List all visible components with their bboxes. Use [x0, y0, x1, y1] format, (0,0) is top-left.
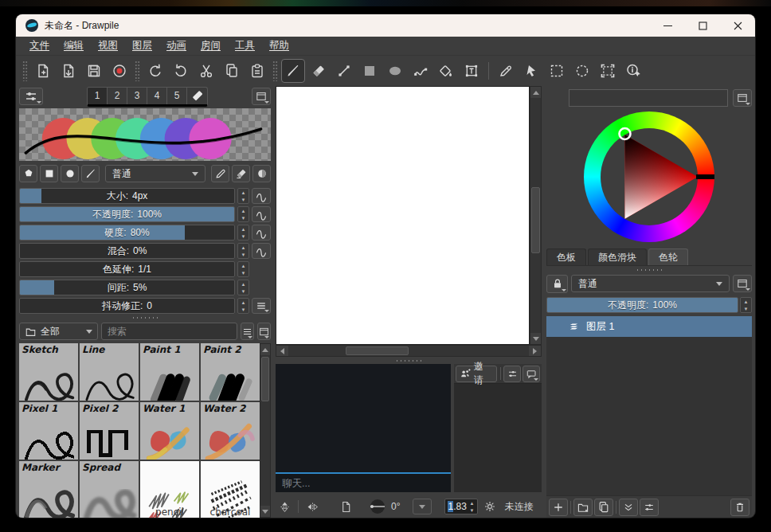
fill-tool-button[interactable] [434, 59, 458, 83]
record-tool-button[interactable] [108, 59, 131, 83]
rotation-dial-icon[interactable] [369, 498, 386, 515]
brush-slider-7[interactable]: 抖动修正:0 [19, 298, 235, 314]
brush-slot-3[interactable]: 3 [127, 88, 147, 104]
slider-spinner[interactable]: ▲▼ [237, 206, 249, 222]
preset-water2[interactable]: Water 2 [201, 402, 260, 460]
transform-tool-button[interactable] [596, 59, 620, 83]
laser-pointer-tool-button[interactable] [519, 59, 543, 83]
layer-panel-button[interactable] [733, 275, 752, 292]
scroll-up-icon[interactable] [530, 87, 541, 98]
undo-tool-button[interactable] [143, 59, 167, 83]
brush-slider-3[interactable]: 硬度:80% [19, 225, 235, 241]
smudge-mode-button[interactable] [252, 165, 271, 182]
drawing-canvas[interactable] [276, 86, 530, 345]
preset-search-input[interactable] [101, 323, 237, 340]
open-file-tool-button[interactable] [57, 59, 80, 83]
slider-spinner[interactable]: ▲▼ [237, 261, 249, 277]
eraser-slot[interactable] [187, 88, 207, 104]
canvas-hscrollbar[interactable] [276, 345, 542, 357]
add-layer-button[interactable] [549, 499, 568, 516]
tab-color-wheel[interactable]: 色轮 [648, 248, 688, 265]
mirror-canvas-icon[interactable] [303, 498, 321, 515]
flip-canvas-icon[interactable] [276, 498, 293, 515]
draw-mode-button[interactable] [211, 165, 229, 182]
menu-item-3[interactable]: 视图 [91, 37, 125, 54]
color-panel-button[interactable] [733, 89, 752, 107]
slider-spinner[interactable]: ▲▼ [237, 280, 249, 295]
rectangle-tool-button[interactable] [358, 59, 382, 83]
slider-spinner[interactable]: ▲▼ [237, 298, 249, 314]
page-icon[interactable] [337, 498, 354, 515]
preset-water1[interactable]: Water 1 [140, 402, 199, 460]
layer-opacity-slider[interactable]: 不透明度: 100% [546, 297, 738, 313]
menu-item-8[interactable]: 帮助 [262, 37, 296, 54]
menu-item-6[interactable]: 房间 [194, 37, 228, 54]
curve-button[interactable] [252, 188, 271, 204]
curve-button[interactable] [252, 243, 271, 259]
rotation-reset-button[interactable] [413, 499, 432, 514]
preset-marker[interactable]: Marker [19, 461, 78, 518]
ellipse-tool-button[interactable] [383, 59, 407, 83]
paste-tool-button[interactable] [245, 59, 269, 83]
chat-messages[interactable] [276, 364, 451, 472]
brush-slot-2[interactable]: 2 [108, 88, 127, 104]
user-list[interactable] [454, 384, 542, 492]
tab-palette[interactable]: 色板 [546, 248, 586, 265]
brush-slot-4[interactable]: 4 [147, 88, 167, 104]
saturation-triangle[interactable] [584, 111, 714, 242]
minimize-button[interactable] [650, 14, 685, 37]
preset-sketch[interactable]: Sketch [19, 343, 78, 401]
menu-item-4[interactable]: 图层 [125, 37, 159, 54]
preset-filter-select[interactable]: 全部 [19, 323, 98, 340]
menu-item-5[interactable]: 动画 [159, 37, 194, 54]
preset-line[interactable]: Line [80, 343, 139, 401]
eyedropper-tool-button[interactable] [494, 59, 518, 83]
slider-menu-button[interactable] [252, 298, 271, 314]
eraser-tool-button[interactable] [307, 59, 331, 83]
brush-tool-button[interactable] [281, 59, 305, 83]
delete-layer-button[interactable] [730, 499, 749, 516]
preset-paint1[interactable]: Paint 1 [140, 343, 199, 401]
slider-spinner[interactable]: ▲▼ [237, 188, 249, 204]
freehand-mode-icon[interactable] [19, 165, 37, 182]
add-group-button[interactable] [573, 499, 593, 516]
layer-row[interactable]: 图层 1 [546, 316, 752, 337]
session-settings-button[interactable] [503, 366, 521, 382]
brush-preview[interactable] [19, 108, 271, 161]
curve-tool-button[interactable] [409, 59, 432, 83]
brush-slot-1[interactable]: 1 [88, 88, 108, 104]
save-tool-button[interactable] [82, 59, 106, 83]
layer-splitter[interactable] [546, 266, 752, 273]
new-file-tool-button[interactable] [31, 59, 55, 83]
tab-color-sliders[interactable]: 颜色滑块 [588, 248, 647, 265]
preset-pixel1[interactable]: Pixel 1 [19, 402, 78, 460]
stroke-mode-icon[interactable] [81, 165, 100, 182]
curve-button[interactable] [252, 206, 271, 222]
circle-mode-icon[interactable] [61, 165, 79, 182]
preset-menu-button[interactable] [241, 323, 254, 340]
layer-properties-button[interactable] [640, 499, 659, 516]
brush-slider-4[interactable]: 混合:0% [19, 243, 235, 259]
chat-options-button[interactable] [522, 366, 540, 382]
layer-blend-mode-select[interactable]: 普通 [571, 275, 730, 292]
text-tool-button[interactable] [460, 59, 483, 83]
copy-tool-button[interactable] [220, 59, 244, 83]
scroll-up-icon[interactable] [260, 344, 270, 355]
menu-item-7[interactable]: 工具 [228, 37, 262, 54]
curve-button[interactable] [252, 225, 271, 241]
layer-opacity-spinner[interactable]: ▲▼ [740, 297, 752, 313]
scroll-down-icon[interactable] [260, 506, 270, 517]
canvas-vscrollbar[interactable] [530, 86, 542, 345]
preset-charcoal[interactable]: charcoal [201, 461, 260, 518]
duplicate-layer-button[interactable] [594, 499, 613, 516]
scroll-down-icon[interactable] [530, 333, 541, 344]
layer-lock-button[interactable] [546, 275, 568, 293]
brush-blend-mode-select[interactable]: 普通 [105, 165, 205, 182]
redo-tool-button[interactable] [169, 59, 193, 83]
inspect-tool-button[interactable] [621, 59, 645, 83]
menu-item-2[interactable]: 编辑 [57, 37, 91, 54]
scroll-right-icon[interactable] [529, 346, 541, 356]
cut-tool-button[interactable] [194, 59, 218, 83]
brush-slot-5[interactable]: 5 [167, 88, 187, 104]
menu-item-1[interactable]: 文件 [22, 37, 57, 54]
